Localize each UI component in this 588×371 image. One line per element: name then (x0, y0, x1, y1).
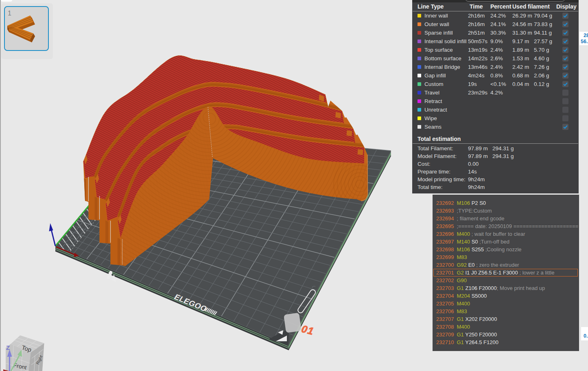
svg-text:Z: Z (6, 344, 10, 351)
